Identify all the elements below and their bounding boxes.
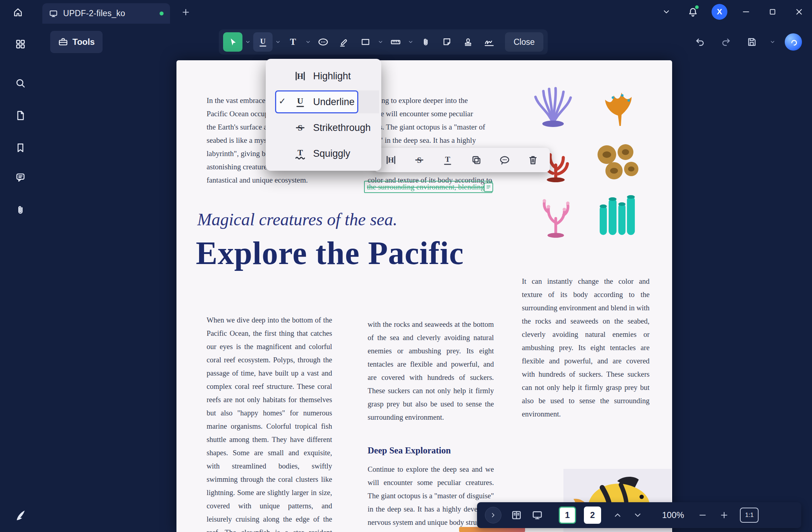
deep-sea-heading: Deep Sea Exploration xyxy=(368,444,494,457)
tools-button[interactable]: Tools xyxy=(50,31,103,53)
squiggly-icon: T xyxy=(294,147,307,160)
text-tool-caret[interactable] xyxy=(304,34,312,50)
chevron-down-icon xyxy=(245,39,251,45)
svg-text:T: T xyxy=(290,37,296,47)
pen-tool-button[interactable] xyxy=(335,32,354,52)
menu-item-label: Squiggly xyxy=(313,148,350,159)
search-icon xyxy=(15,77,26,89)
presentation-icon xyxy=(532,509,543,521)
menu-item-underline[interactable]: U Underline xyxy=(266,89,381,115)
document-tab[interactable]: UPDF-2-files_ko xyxy=(42,3,170,24)
chevron-down-icon xyxy=(408,39,414,45)
stamp-tool-button[interactable] xyxy=(458,32,478,52)
notification-dot xyxy=(695,5,699,9)
mini-delete-button[interactable] xyxy=(525,152,541,168)
home-icon xyxy=(13,7,23,18)
zoom-in-button[interactable] xyxy=(716,507,732,523)
next-page-chevron-button[interactable] xyxy=(630,507,646,523)
measure-tool-button[interactable] xyxy=(386,32,405,52)
slideshow-button[interactable] xyxy=(529,507,545,523)
menu-item-label: Highlight xyxy=(313,71,351,82)
select-tool-caret[interactable] xyxy=(244,34,251,50)
close-window-button[interactable] xyxy=(791,4,807,20)
zoom-out-button[interactable] xyxy=(695,507,710,523)
body-column-2: with the rocks and seaweeds at the botto… xyxy=(368,318,494,529)
redo-button[interactable] xyxy=(717,33,735,51)
annotation-note-icon[interactable] xyxy=(484,183,493,192)
shape-tool-button[interactable] xyxy=(356,32,375,52)
sidebar-bookmarks-button[interactable] xyxy=(12,139,29,156)
actual-size-button[interactable]: 1:1 xyxy=(740,508,759,523)
sidebar-attachments-button[interactable] xyxy=(12,201,29,218)
mini-comment-button[interactable] xyxy=(496,152,513,168)
strikethrough-annotation[interactable]: the surrounding environment, blending xyxy=(364,181,492,193)
tab-title: UPDF-2-files_ko xyxy=(63,9,125,18)
menu-item-highlight[interactable]: H Highlight xyxy=(266,63,381,89)
chevron-down-icon xyxy=(378,39,383,45)
sidebar-signature-button[interactable] xyxy=(12,507,29,524)
titlebar-right: X xyxy=(658,0,807,24)
mini-underline-button[interactable]: T xyxy=(439,152,456,168)
ai-assistant-button[interactable] xyxy=(785,33,802,51)
user-avatar[interactable]: X xyxy=(712,4,727,20)
sidebar-comments-button[interactable] xyxy=(12,169,29,186)
save-caret[interactable] xyxy=(769,34,776,50)
bookmark-icon xyxy=(15,142,26,154)
doc-text-line: n, we will encounter some peculiar xyxy=(368,107,485,121)
previous-page-button[interactable] xyxy=(610,507,625,523)
reader-mode-button[interactable] xyxy=(509,507,524,523)
body-column-3: It can instantly change the color and te… xyxy=(522,275,650,421)
undo-button[interactable] xyxy=(691,33,709,51)
titlebar: UPDF-2-files_ko X xyxy=(0,0,812,24)
chevron-down-icon xyxy=(770,39,775,45)
signature-tool-button[interactable] xyxy=(480,32,499,52)
sidebar-panels-button[interactable] xyxy=(12,36,29,53)
close-annotate-button[interactable]: Close xyxy=(505,32,543,52)
minimize-button[interactable] xyxy=(738,4,754,20)
pdf-page: In the vast embrace Pacific Ocean occup … xyxy=(176,60,672,532)
close-icon xyxy=(794,7,804,17)
home-button[interactable] xyxy=(9,4,27,21)
current-page-input[interactable]: 1 xyxy=(559,507,576,524)
zoom-level[interactable]: 100% xyxy=(662,510,684,520)
underline-tool-caret[interactable] xyxy=(274,34,282,50)
doc-text-line: tures. The giant octopus is a "master of xyxy=(368,121,485,134)
select-tool-button[interactable] xyxy=(223,32,242,52)
undo-icon xyxy=(695,37,705,47)
sidebar-search-button[interactable] xyxy=(12,75,29,92)
mini-highlight-button[interactable]: H xyxy=(383,152,399,168)
notifications-button[interactable] xyxy=(685,4,701,20)
save-button[interactable] xyxy=(743,33,760,51)
next-page-button[interactable]: 2 xyxy=(584,507,601,524)
sticker-tool-button[interactable] xyxy=(437,32,457,52)
text-tool-button[interactable]: T xyxy=(283,32,303,52)
plus-icon xyxy=(181,8,190,17)
menu-item-squiggly[interactable]: T Squiggly xyxy=(266,141,381,166)
measure-tool-caret[interactable] xyxy=(407,34,414,50)
new-tab-button[interactable] xyxy=(179,6,192,19)
teal-coral-image xyxy=(593,188,643,238)
markup-dropdown-menu: ✓ H Highlight U Underline S Strikethroug… xyxy=(266,59,381,171)
sidebar xyxy=(0,24,41,532)
mini-copy-button[interactable] xyxy=(468,152,485,168)
mini-strikethrough-button[interactable]: S xyxy=(411,152,428,168)
paperclip-icon xyxy=(15,204,26,216)
shape-tool-caret[interactable] xyxy=(377,34,384,50)
comment-tool-button[interactable] xyxy=(313,32,333,52)
tools-label: Tools xyxy=(72,37,95,47)
marker-pen-icon xyxy=(339,37,349,47)
underline-tool-button[interactable]: U xyxy=(253,32,273,52)
tabs-dropdown-button[interactable] xyxy=(658,4,674,20)
collapse-bar-button[interactable] xyxy=(485,507,501,523)
sidebar-thumbnails-button[interactable] xyxy=(12,107,29,124)
annotation-toolbar: Tools U T xyxy=(41,24,812,60)
menu-item-strikethrough[interactable]: S Strikethrough xyxy=(266,115,381,141)
minimize-icon xyxy=(741,7,751,17)
svg-text:U: U xyxy=(297,96,303,105)
doc-text-line: uise" in the deep sea. It has a highly xyxy=(368,134,485,147)
maximize-button[interactable] xyxy=(765,4,780,20)
svg-text:U: U xyxy=(260,37,265,46)
signature-icon xyxy=(484,37,495,47)
minus-icon xyxy=(698,510,707,520)
attachment-tool-button[interactable] xyxy=(416,32,435,52)
